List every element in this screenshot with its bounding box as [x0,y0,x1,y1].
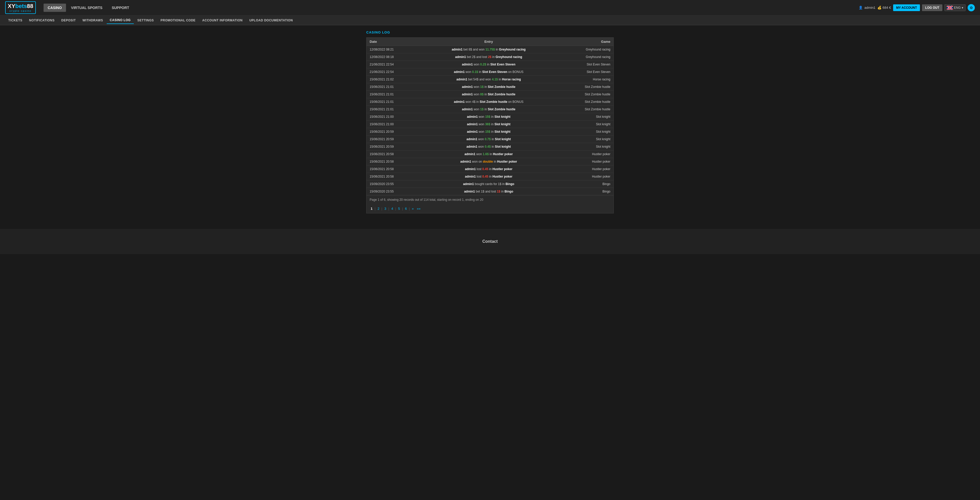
page-link-1[interactable]: 1 [370,206,374,211]
settings-icon: ⚙ [970,6,973,10]
subnav-deposit[interactable]: DEPOSIT [58,17,79,24]
header-right: 👤 admin1 💰 684 € MY ACCOUNT LOG OUT ENG … [859,4,975,11]
cell-entry: admin1 bet 2$ and lost 2$ in Greyhound r… [419,53,558,61]
sub-navigation: TICKETS NOTIFICATIONS DEPOSIT WITHDRAWS … [0,16,980,25]
my-account-button[interactable]: MY ACCOUNT [893,5,920,11]
cell-game: Hustler poker [558,173,614,180]
cell-game: Slot knight [558,121,614,128]
cell-date: 12/08/2022 08:21 [366,46,419,53]
table-row: 15/06/2021 21:02admin1 bet 54$ and won 4… [366,76,614,83]
table-row: 15/06/2021 21:01admin1 won 4$ in Slot Zo… [366,98,614,106]
cell-date: 15/06/2021 20:59 [366,135,419,143]
table-row: 12/08/2022 08:21admin1 bet 8$ and won 11… [366,46,614,53]
balance-box: 💰 684 € [877,6,891,10]
footer-contact-label: Contact [5,239,975,244]
logo-sub: crypto casino [10,10,32,13]
col-entry: Entry [419,38,558,46]
table-row: 15/06/2021 20:59admin1 won 15$ in Slot k… [366,128,614,135]
table-row: 15/09/2020 23:55admin1 bet 1$ and lost 1… [366,188,614,195]
subnav-upload-documentation[interactable]: UPLOAD DOCUMENTATION [246,17,296,24]
cell-game: Slot Zombie hustle [558,106,614,113]
table-row: 15/06/2021 20:59admin1 won 0.4$ in Slot … [366,143,614,151]
cell-game: Slot Even Steven [558,61,614,68]
cell-entry: admin1 bet 54$ and won 4.1$ in Horse rac… [419,76,558,83]
cell-date: 15/06/2021 21:01 [366,98,419,106]
subnav-casino-log[interactable]: CASINO LOG [107,17,134,24]
logout-button[interactable]: LOG OUT [922,5,942,11]
cell-entry: admin1 won 0.1$ in Slot Even Steven on B… [419,68,558,76]
table-row: 15/06/2021 21:00admin1 won 36$ in Slot k… [366,121,614,128]
cell-date: 15/06/2021 21:00 [366,113,419,121]
cell-entry: admin1 won 0.7$ in Slot knight [419,135,558,143]
cell-game: Greyhound racing [558,53,614,61]
balance-value: 684 € [883,6,891,10]
casino-log-table: Date Entry Game 12/08/2022 08:21admin1 b… [366,38,614,195]
page-link-last[interactable]: »» [416,206,422,211]
cell-date: 12/08/2022 08:18 [366,53,419,61]
cell-entry: admin1 won 1.6$ in Hustler poker [419,151,558,158]
cell-game: Slot knight [558,128,614,135]
subnav-settings[interactable]: SETTINGS [134,17,157,24]
page-link-3[interactable]: 3 [383,206,387,211]
table-row: 15/06/2021 21:01admin1 won 1$ in Slot Zo… [366,83,614,91]
cell-game: Slot knight [558,113,614,121]
page-title: CASINO LOG [366,30,614,34]
casino-log-table-wrapper: Date Entry Game 12/08/2022 08:21admin1 b… [366,37,614,213]
cell-date: 15/06/2021 21:00 [366,121,419,128]
subnav-account-information[interactable]: ACCOUNT INFORMATION [199,17,246,24]
language-selector[interactable]: ENG ▾ [944,5,966,11]
cell-date: 15/06/2021 20:59 [366,128,419,135]
cell-game: Hustler poker [558,158,614,166]
cell-entry: admin1 lost 0.45 in Hustler poker [419,166,558,173]
table-row: 15/06/2021 21:01admin1 won 8$ in Slot Zo… [366,91,614,98]
subnav-notifications[interactable]: NOTIFICATIONS [26,17,58,24]
table-row: 15/09/2020 23:55admin1 bought cards for … [366,180,614,188]
cell-entry: admin1 bought cards for 1$ in Bingo [419,180,558,188]
cell-date: 15/06/2021 20:58 [366,173,419,180]
cell-game: Slot Zombie hustle [558,83,614,91]
footer: Contact [0,229,980,254]
settings-button[interactable]: ⚙ [967,4,975,11]
cell-entry: admin1 bet 1$ and lost 1$ in Bingo [419,188,558,195]
cell-entry: admin1 won 1$ in Slot Zombie hustle [419,83,558,91]
user-icon: 👤 [859,6,863,10]
cell-date: 15/06/2021 20:58 [366,158,419,166]
cell-game: Slot knight [558,135,614,143]
subnav-withdraws[interactable]: WITHDRAWS [80,17,106,24]
logo[interactable]: XYbets88 crypto casino [5,1,36,14]
cell-entry: admin1 won 1$ in Slot Zombie hustle [419,106,558,113]
cell-entry: admin1 won 0.2$ in Slot Even Steven [419,61,558,68]
pagination-info: Page 1 of 6, showing 20 records out of 1… [366,195,614,204]
page-link-2[interactable]: 2 [377,206,380,211]
nav-virtual-sports[interactable]: VIRTUAL SPORTS [67,3,107,12]
lang-label: ENG [954,6,961,10]
chevron-down-icon: ▾ [962,6,963,10]
cell-date: 15/09/2020 23:55 [366,180,419,188]
page-link-6[interactable]: 6 [404,206,408,211]
page-link-next[interactable]: » [411,206,415,211]
cell-date: 15/06/2021 21:01 [366,91,419,98]
table-row: 15/06/2021 20:58admin1 lost 0.45 in Hust… [366,166,614,173]
user-info: 👤 admin1 [859,6,875,10]
cell-game: Bingo [558,180,614,188]
cell-game: Horse racing [558,76,614,83]
nav-casino[interactable]: CASINO [44,3,66,12]
table-row: 15/06/2021 21:00admin1 won 15$ in Slot k… [366,113,614,121]
cell-game: Greyhound racing [558,46,614,53]
cell-date: 15/06/2021 20:59 [366,143,419,151]
table-row: 12/08/2022 08:18admin1 bet 2$ and lost 2… [366,53,614,61]
subnav-promotional-code[interactable]: PROMOTIONAL CODE [158,17,199,24]
cell-date: 15/06/2021 21:02 [366,76,419,83]
nav-support[interactable]: SUPPORT [108,3,133,12]
cell-game: Hustler poker [558,166,614,173]
col-game: Game [558,38,614,46]
cell-entry: admin1 lost 0.45 in Hustler poker [419,173,558,180]
cell-game: Slot Zombie hustle [558,98,614,106]
page-link-5[interactable]: 5 [397,206,401,211]
subnav-tickets[interactable]: TICKETS [5,17,25,24]
table-row: 15/06/2021 20:59admin1 won 0.7$ in Slot … [366,135,614,143]
cell-game: Hustler poker [558,151,614,158]
logo-text: XYbets88 [8,3,33,10]
page-link-4[interactable]: 4 [390,206,394,211]
flag-icon [947,6,953,10]
